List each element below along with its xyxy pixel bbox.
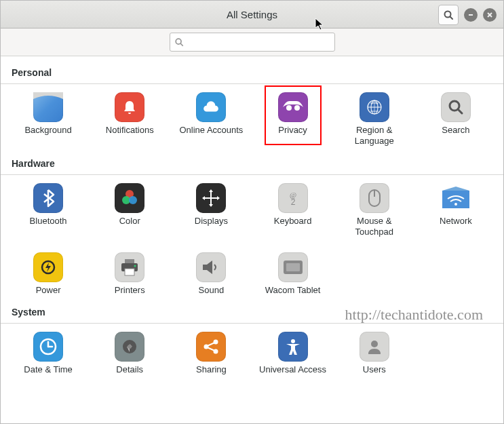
item-label: Details: [116, 364, 143, 375]
svg-marker-22: [217, 196, 220, 200]
settings-item-background[interactable]: Background: [7, 90, 89, 150]
keyboard-icon: @2: [278, 183, 308, 213]
background-icon: [33, 92, 63, 122]
item-label: Universal Access: [259, 364, 326, 375]
svg-point-7: [286, 105, 292, 111]
minimize-icon: [467, 12, 474, 18]
network-icon: [441, 183, 471, 213]
svg-line-6: [180, 43, 182, 45]
item-label: Sound: [199, 285, 225, 296]
displays-icon: [196, 183, 226, 213]
svg-rect-35: [286, 263, 300, 271]
item-label: Printers: [115, 285, 145, 296]
hardware-grid: Bluetooth Color Displays @2 Keyboard: [1, 180, 503, 303]
close-icon: [486, 12, 493, 18]
svg-point-40: [128, 345, 132, 349]
settings-item-keyboard[interactable]: @2 Keyboard: [252, 180, 333, 241]
svg-line-13: [458, 109, 462, 113]
item-label: Sharing: [196, 364, 227, 375]
online-accounts-icon: [196, 92, 226, 122]
svg-line-45: [208, 348, 214, 351]
settings-item-wacom-tablet[interactable]: Wacom Tablet: [252, 250, 333, 298]
section-header-personal: Personal: [1, 63, 503, 81]
content-area: Personal Background Notifications Online: [1, 56, 503, 383]
wacom-tablet-icon: [278, 252, 308, 282]
item-label: Privacy: [278, 125, 307, 136]
item-label: Online Accounts: [179, 125, 243, 136]
sharing-icon: [196, 332, 226, 362]
settings-window: All Settings Personal: [0, 0, 504, 424]
svg-point-47: [371, 341, 378, 347]
universal-access-icon: [278, 332, 308, 362]
settings-item-date-time[interactable]: Date & Time: [7, 329, 89, 378]
settings-item-displays[interactable]: Displays: [170, 180, 252, 241]
settings-item-network[interactable]: Network: [415, 180, 497, 241]
svg-point-33: [134, 265, 136, 267]
power-icon: [33, 252, 63, 282]
section-header-hardware: Hardware: [1, 154, 503, 172]
settings-item-users[interactable]: Users: [334, 329, 415, 378]
item-label: Power: [36, 285, 61, 296]
minimize-button[interactable]: [464, 8, 478, 22]
svg-point-46: [291, 339, 295, 343]
privacy-icon: [278, 92, 308, 122]
titlebar: All Settings: [1, 1, 503, 28]
settings-item-search[interactable]: Search: [415, 90, 497, 150]
settings-item-online-accounts[interactable]: Online Accounts: [170, 90, 252, 150]
search-input[interactable]: [188, 37, 330, 48]
section-separator: [1, 174, 503, 175]
settings-item-bluetooth[interactable]: Bluetooth: [7, 180, 89, 241]
svg-line-44: [208, 343, 214, 346]
svg-text:2: 2: [290, 197, 295, 207]
details-icon: [115, 332, 144, 362]
settings-item-mouse-touchpad[interactable]: Mouse & Touchpad: [334, 180, 415, 241]
svg-point-27: [454, 203, 457, 206]
settings-item-color[interactable]: Color: [89, 180, 170, 241]
settings-item-power[interactable]: Power: [7, 250, 89, 298]
item-label: Wacom Tablet: [265, 285, 321, 296]
section-separator: [1, 83, 503, 84]
svg-point-16: [129, 196, 137, 204]
item-label: Mouse & Touchpad: [341, 216, 408, 238]
settings-item-printers[interactable]: Printers: [89, 250, 170, 298]
item-label: Region & Language: [341, 125, 408, 147]
searchbox[interactable]: [170, 33, 335, 52]
system-grid: Date & Time Details Sharing Universal Ac…: [1, 329, 503, 382]
searchbar-row: [1, 28, 503, 56]
svg-rect-32: [125, 269, 134, 275]
search-icon: [174, 37, 184, 47]
region-language-icon: [360, 92, 389, 122]
close-button[interactable]: [483, 8, 497, 22]
svg-marker-19: [209, 189, 213, 192]
item-label: Keyboard: [274, 216, 312, 227]
svg-rect-30: [125, 259, 134, 263]
notifications-icon: [115, 92, 144, 122]
item-label: Notifications: [106, 125, 154, 136]
item-label: Users: [363, 364, 386, 375]
item-label: Color: [119, 216, 140, 227]
settings-item-sound[interactable]: Sound: [170, 250, 252, 298]
bluetooth-icon: [33, 183, 63, 213]
window-controls: [438, 5, 497, 25]
settings-item-universal-access[interactable]: Universal Access: [252, 329, 333, 378]
item-label: Bluetooth: [30, 216, 67, 227]
item-label: Background: [24, 125, 71, 136]
svg-marker-29: [45, 263, 51, 272]
svg-point-8: [294, 105, 300, 111]
mouse-icon: [360, 183, 389, 213]
date-time-icon: [33, 332, 63, 362]
color-icon: [115, 183, 144, 213]
settings-item-sharing[interactable]: Sharing: [170, 329, 252, 378]
search-icon: [443, 9, 454, 20]
item-label: Displays: [195, 216, 228, 227]
settings-item-details[interactable]: Details: [89, 329, 170, 378]
search-button[interactable]: [438, 5, 459, 25]
svg-marker-20: [209, 204, 213, 207]
printers-icon: [115, 252, 144, 282]
settings-item-privacy[interactable]: Privacy: [252, 90, 333, 150]
settings-item-region-language[interactable]: Region & Language: [334, 90, 415, 150]
settings-item-notifications[interactable]: Notifications: [89, 90, 170, 150]
users-icon: [360, 332, 389, 362]
personal-grid: Background Notifications Online Accounts…: [1, 90, 503, 154]
item-label: Search: [442, 125, 469, 136]
